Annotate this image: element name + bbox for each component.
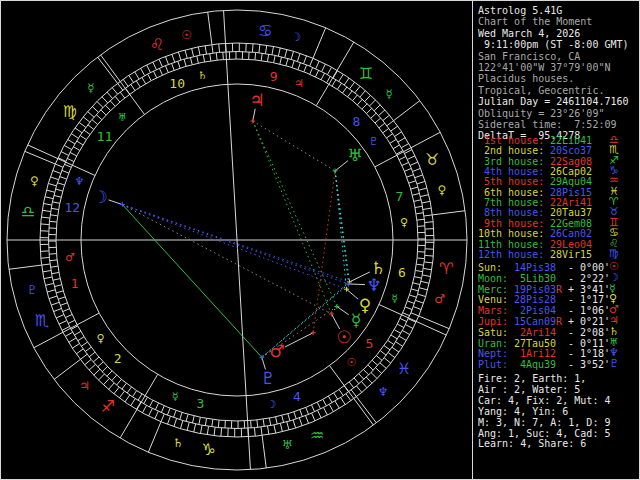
degree-tick [50, 215, 57, 216]
degree-tick [55, 164, 63, 167]
degree-tick [51, 208, 58, 209]
sign-ruler-icon-scorpio: ♇ [27, 283, 38, 297]
sign-boundary [432, 211, 465, 215]
degree-tick [372, 360, 378, 365]
degree-tick [376, 368, 382, 374]
degree-tick [88, 112, 94, 118]
house-ruler-icon-1: ♂ [65, 251, 75, 264]
house-label: 5th house: [478, 176, 545, 187]
degree-tick [115, 96, 120, 102]
degree-tick [251, 420, 252, 427]
degree-tick [411, 289, 418, 291]
degree-tick [285, 49, 287, 57]
degree-tick [362, 104, 367, 109]
degree-tick [50, 260, 57, 261]
degree-tick [155, 403, 158, 410]
planet-velocity: + 3°41' [568, 284, 610, 295]
degree-tick [337, 83, 341, 89]
degree-tick [415, 206, 422, 207]
degree-tick [48, 183, 56, 185]
sign-glyph-leo: ♌ [150, 35, 164, 54]
degree-tick [81, 342, 87, 346]
info-line-1: Chart of the Moment [478, 16, 592, 27]
degree-tick [411, 187, 418, 189]
house-ruler-icon-5: ☉ [347, 356, 357, 369]
degree-tick [394, 330, 401, 334]
degree-tick [304, 56, 307, 64]
degree-tick [357, 99, 362, 105]
house-row-10: 10th house:26Can02♋ [478, 228, 593, 239]
degree-tick [44, 277, 52, 279]
degree-tick [161, 414, 164, 422]
stats-line-3: Yang: 4, Yin: 6 [478, 406, 568, 417]
planet-glyph-sun: ☉ [336, 327, 351, 347]
degree-tick [367, 108, 372, 113]
degree-tick [142, 405, 146, 412]
degree-tick [335, 401, 339, 408]
degree-tick [54, 285, 61, 287]
planet-label: Mars: [478, 305, 509, 316]
degree-tick [67, 158, 74, 161]
degree-tick [312, 405, 315, 412]
degree-tick [402, 330, 409, 334]
degree-tick [109, 383, 115, 389]
degree-tick [413, 307, 421, 310]
degree-tick [368, 365, 373, 370]
panel-separator [472, 0, 473, 480]
degree-tick [172, 54, 175, 62]
sign-glyph-aries: ♈ [439, 259, 453, 278]
degree-tick [291, 51, 293, 59]
degree-tick [149, 408, 153, 416]
degree-tick [49, 221, 56, 222]
degree-tick [50, 177, 58, 180]
degree-tick [379, 123, 385, 128]
planet-label: Venu: [478, 294, 509, 305]
degree-tick [420, 195, 428, 197]
degree-tick [131, 84, 135, 90]
planet-row-jupi: Jupi:15Can09R+ 0°21'♃ [478, 316, 610, 327]
degree-tick [103, 379, 109, 385]
degree-tick [129, 75, 134, 82]
house-label: 3rd house: [478, 156, 545, 167]
degree-tick [409, 295, 416, 297]
planet-glyph-uranus: ♅ [347, 145, 362, 165]
degree-tick [424, 262, 432, 263]
degree-tick [306, 407, 309, 414]
sign-ruler-icon-pisces: ♆ [378, 385, 389, 399]
degree-tick [401, 144, 408, 148]
degree-tick [261, 427, 262, 435]
degree-tick [49, 296, 57, 299]
sign-ruler-icon-aquarius: ♅ [282, 438, 293, 452]
planet-row-merc: Merc:19Pis03R+ 3°41'☿ [478, 284, 610, 295]
pointer-line-venus [346, 289, 358, 299]
sign-glyph-cancer: ♋ [258, 21, 272, 40]
house-label: 11th house: [478, 239, 545, 250]
degree-tick [276, 417, 278, 424]
planet-glyph-pluto: ♇ [260, 368, 275, 388]
degree-tick [409, 181, 416, 183]
degree-tick [391, 126, 398, 131]
degree-tick [62, 170, 69, 173]
degree-tick [306, 416, 309, 424]
degree-tick [400, 318, 407, 321]
degree-tick [42, 210, 50, 211]
degree-tick [304, 65, 307, 72]
sign-ruler-icon-gemini: ☿ [386, 87, 393, 101]
planet-label: Sun: [478, 262, 509, 273]
degree-tick [51, 302, 59, 305]
house-cusp-line-5 [330, 366, 374, 426]
degree-tick [216, 53, 217, 60]
house-row-3: 3rd house:22Sag08♐ [478, 156, 593, 167]
degree-tick [346, 394, 351, 401]
degree-tick [68, 139, 75, 143]
sign-boundary [394, 101, 420, 121]
house-cusp-value: 20Sco37 [550, 145, 593, 156]
degree-tick [274, 55, 276, 62]
degree-tick [414, 200, 421, 202]
degree-tick [318, 410, 322, 418]
degree-tick [384, 346, 390, 350]
degree-tick [172, 63, 175, 70]
degree-tick [144, 397, 148, 404]
degree-tick [89, 364, 95, 370]
planet-position-value: 2Ari14 [514, 327, 556, 338]
